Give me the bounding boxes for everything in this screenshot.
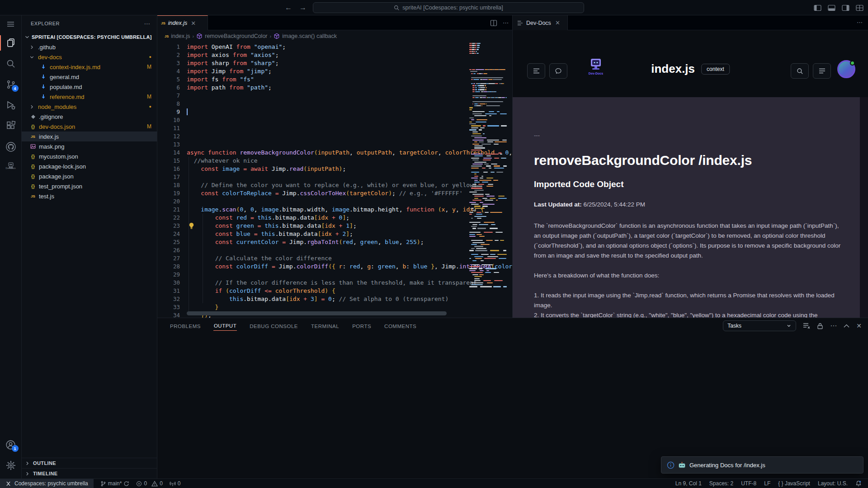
code-line-4[interactable]: 4import Jimp from "jimp"; bbox=[157, 67, 512, 75]
menu-button[interactable] bbox=[527, 63, 545, 79]
encoding[interactable]: UTF-8 bbox=[741, 480, 756, 487]
file-row--github[interactable]: .github bbox=[22, 42, 157, 52]
keyboard-layout[interactable]: Layout: U.S. bbox=[818, 480, 848, 487]
chat-button[interactable] bbox=[549, 63, 567, 79]
code-line-31[interactable]: 31 if (colorDiff <= colorThreshold) { bbox=[157, 287, 512, 295]
panel-tab-debug-console[interactable]: DEBUG CONSOLE bbox=[249, 322, 298, 331]
line-number[interactable]: 24 bbox=[157, 230, 180, 238]
code-editor[interactable]: 1import OpenAI from "openai";2import axi… bbox=[157, 42, 512, 318]
scrollbar-thumb[interactable] bbox=[187, 311, 447, 315]
line-number[interactable]: 7 bbox=[157, 92, 180, 100]
line-number[interactable]: 23 bbox=[157, 222, 180, 230]
line-number[interactable]: 5 bbox=[157, 75, 180, 84]
line-number[interactable]: 2 bbox=[157, 51, 180, 59]
tab-index-js[interactable]: JS index.js ✕ bbox=[157, 15, 208, 30]
line-number[interactable]: 12 bbox=[157, 132, 180, 141]
code-line-6[interactable]: 6import path from "path"; bbox=[157, 84, 512, 92]
outline-section-header[interactable]: OUTLINE bbox=[22, 458, 157, 468]
file-row-test-prompt-json[interactable]: {}test_prompt.json bbox=[22, 181, 157, 191]
file-row-index-js[interactable]: JSindex.js bbox=[22, 131, 157, 141]
code-line-30[interactable]: 30 // If the color difference is less th… bbox=[157, 279, 512, 287]
line-number[interactable]: 22 bbox=[157, 214, 180, 222]
maximize-panel-icon[interactable] bbox=[844, 324, 849, 328]
code-line-25[interactable]: 25 const currentColor = Jimp.rgbaToInt(r… bbox=[157, 238, 512, 246]
avatar[interactable] bbox=[837, 60, 855, 78]
settings-gear-icon[interactable] bbox=[0, 455, 22, 476]
toggle-panel-icon[interactable] bbox=[828, 5, 835, 11]
output-channel-select[interactable]: Tasks bbox=[723, 320, 796, 331]
timeline-section-header[interactable]: TIMELINE bbox=[22, 468, 157, 479]
line-number[interactable]: 29 bbox=[157, 271, 180, 279]
file-row-general-md[interactable]: general.md bbox=[22, 72, 157, 82]
code-line-11[interactable]: 11 bbox=[157, 124, 512, 132]
line-number[interactable]: 4 bbox=[157, 67, 180, 75]
list-button[interactable] bbox=[813, 63, 831, 79]
customize-layout-icon[interactable] bbox=[856, 5, 863, 11]
code-line-23[interactable]: 23 const green = this.bitmap.data[idx + … bbox=[157, 222, 512, 230]
search-button[interactable] bbox=[791, 63, 809, 79]
source-control-icon[interactable]: 4 bbox=[0, 74, 22, 95]
file-row-package-json[interactable]: {}package.json bbox=[22, 171, 157, 181]
line-number[interactable]: 14 bbox=[157, 149, 180, 157]
code-line-32[interactable]: 32 this.bitmap.data[idx + 3] = 0; // Set… bbox=[157, 295, 512, 303]
code-line-26[interactable]: 26 bbox=[157, 246, 512, 254]
code-line-19[interactable]: 19 const colorToReplace = Jimp.cssColorT… bbox=[157, 189, 512, 197]
back-button[interactable]: ← bbox=[285, 4, 292, 12]
code-line-5[interactable]: 5import fs from "fs" bbox=[157, 75, 512, 84]
code-line-9[interactable]: 9 bbox=[157, 108, 512, 116]
code-line-33[interactable]: 33 } bbox=[157, 303, 512, 311]
line-number[interactable]: 8 bbox=[157, 100, 180, 108]
line-number[interactable]: 28 bbox=[157, 263, 180, 271]
cursor-position[interactable]: Ln 9, Col 1 bbox=[675, 480, 702, 487]
line-number[interactable]: 32 bbox=[157, 295, 180, 303]
file-row-test-js[interactable]: JStest.js bbox=[22, 191, 157, 201]
code-line-17[interactable]: 17 bbox=[157, 173, 512, 181]
file-row-reference-md[interactable]: reference.mdM bbox=[22, 92, 157, 102]
code-line-28[interactable]: 28 const colorDiff = Jimp.colorDiff({ r:… bbox=[157, 263, 512, 271]
panel-tab-problems[interactable]: PROBLEMS bbox=[170, 322, 201, 331]
extensions-icon[interactable] bbox=[0, 116, 22, 136]
menu-hamburger-icon[interactable] bbox=[0, 15, 22, 33]
code-line-22[interactable]: 22 const red = this.bitmap.data[idx + 0]… bbox=[157, 214, 512, 222]
panel-more-actions-icon[interactable]: ⋯ bbox=[830, 322, 837, 330]
notifications-bell-icon[interactable] bbox=[855, 480, 862, 487]
notification-toast[interactable]: Generating Docs for /index.js bbox=[661, 456, 863, 474]
file-row-mycustom-json[interactable]: {}mycustom.json bbox=[22, 151, 157, 161]
toggle-sidebar-icon[interactable] bbox=[814, 5, 821, 11]
code-line-18[interactable]: 18 // Define the color you want to repla… bbox=[157, 181, 512, 189]
panel-tab-terminal[interactable]: TERMINAL bbox=[311, 322, 340, 331]
lightbulb-icon[interactable] bbox=[188, 222, 195, 230]
line-number[interactable]: 33 bbox=[157, 303, 180, 311]
panel-tab-ports[interactable]: PORTS bbox=[352, 322, 372, 331]
code-line-29[interactable]: 29 bbox=[157, 271, 512, 279]
horizontal-scrollbar[interactable] bbox=[187, 311, 463, 315]
docs-scrollbar-gutter[interactable] bbox=[860, 97, 868, 318]
panel-more-actions-icon[interactable]: ⋯ bbox=[857, 19, 863, 26]
code-line-8[interactable]: 8 bbox=[157, 100, 512, 108]
file-row--gitignore[interactable]: .gitignore bbox=[22, 112, 157, 122]
toggle-secondary-sidebar-icon[interactable] bbox=[842, 5, 849, 11]
code-line-15[interactable]: 15 //whatever ok nice bbox=[157, 157, 512, 165]
forward-button[interactable]: → bbox=[299, 4, 307, 12]
file-row-node-modules[interactable]: node_modules● bbox=[22, 102, 157, 112]
breadcrumb-member[interactable]: image.scan() callback bbox=[282, 33, 337, 39]
file-row-context-index-js-md[interactable]: context-index.js.mdM bbox=[22, 62, 157, 72]
file-row-dev-docs-json[interactable]: {}dev-docs.jsonM bbox=[22, 122, 157, 131]
code-line-1[interactable]: 1import OpenAI from "openai"; bbox=[157, 43, 512, 51]
explorer-more-actions-icon[interactable]: ⋯ bbox=[144, 20, 151, 27]
line-number[interactable]: 26 bbox=[157, 246, 180, 254]
line-number[interactable]: 13 bbox=[157, 141, 180, 149]
file-row-package-lock-json[interactable]: {}package-lock.json bbox=[22, 161, 157, 171]
code-line-10[interactable]: 10 bbox=[157, 116, 512, 124]
code-line-27[interactable]: 27 // Calculate the color difference bbox=[157, 254, 512, 263]
code-line-7[interactable]: 7 bbox=[157, 92, 512, 100]
github-icon[interactable] bbox=[0, 136, 22, 157]
clear-output-icon[interactable] bbox=[803, 323, 810, 329]
indentation[interactable]: Spaces: 2 bbox=[709, 480, 733, 487]
close-tab-icon[interactable]: ✕ bbox=[555, 19, 560, 26]
line-number[interactable]: 21 bbox=[157, 206, 180, 214]
code-line-12[interactable]: 12 bbox=[157, 132, 512, 141]
tab-dev-docs[interactable]: Dev-Docs ✕ bbox=[513, 15, 568, 30]
line-number[interactable]: 3 bbox=[157, 59, 180, 67]
workspace-root-row[interactable]: SPRITEAI [CODESPACES: PSYCHIC UMBRELLA] bbox=[22, 32, 157, 42]
